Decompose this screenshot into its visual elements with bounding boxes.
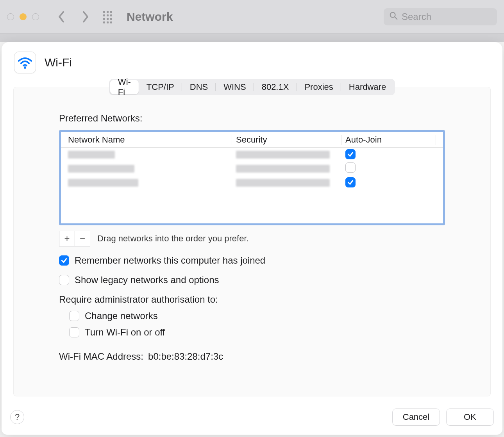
- search-placeholder: Search: [402, 11, 431, 22]
- forward-button[interactable]: [79, 10, 92, 23]
- close-window-button[interactable]: [7, 13, 14, 20]
- tab-bar: Wi-Fi TCP/IP DNS WINS 802.1X Proxies Har…: [109, 79, 395, 95]
- svg-line-1: [395, 17, 397, 19]
- col-network-name[interactable]: Network Name: [68, 135, 232, 145]
- sheet-dialog: Wi-Fi Wi-Fi TCP/IP DNS WINS 802.1X Proxi…: [2, 42, 502, 435]
- add-network-button[interactable]: +: [59, 231, 75, 246]
- ok-button[interactable]: OK: [446, 408, 494, 426]
- admin-change-networks-label: Change networks: [85, 310, 158, 321]
- admin-toggle-wifi-checkbox[interactable]: [69, 327, 79, 337]
- zoom-window-button[interactable]: [32, 13, 39, 20]
- window-controls: [7, 13, 39, 20]
- wifi-icon: [14, 52, 36, 73]
- search-icon: [389, 11, 398, 22]
- list-header: Network Name Security Auto-Join: [61, 132, 443, 148]
- network-row[interactable]: [61, 148, 443, 162]
- col-auto-join[interactable]: Auto-Join: [341, 135, 436, 145]
- sheet-title: Wi-Fi: [45, 56, 72, 69]
- tab-dns[interactable]: DNS: [182, 80, 216, 94]
- show-legacy-checkbox[interactable]: [59, 275, 69, 285]
- col-security[interactable]: Security: [232, 135, 341, 145]
- autojoin-checkbox[interactable]: [345, 177, 356, 187]
- redacted-text: [236, 179, 330, 187]
- tab-8021x[interactable]: 802.1X: [254, 80, 297, 94]
- tab-hardware[interactable]: Hardware: [341, 80, 394, 94]
- tab-wins[interactable]: WINS: [216, 80, 254, 94]
- redacted-text: [236, 151, 330, 159]
- mac-address-value: b0:be:83:28:d7:3c: [148, 351, 223, 362]
- drag-hint: Drag networks into the order you prefer.: [97, 234, 249, 244]
- remember-networks-label: Remember networks this computer has join…: [75, 255, 265, 266]
- minimize-window-button[interactable]: [20, 13, 27, 20]
- redacted-text: [68, 165, 134, 173]
- remove-network-button[interactable]: −: [75, 231, 90, 246]
- redacted-text: [236, 165, 330, 173]
- show-all-button[interactable]: [103, 11, 115, 23]
- autojoin-checkbox[interactable]: [345, 162, 356, 173]
- redacted-text: [68, 179, 138, 187]
- svg-point-0: [390, 12, 395, 17]
- back-button[interactable]: [55, 10, 68, 23]
- window-title: Network: [127, 10, 384, 23]
- cancel-button[interactable]: Cancel: [392, 408, 440, 426]
- redacted-text: [68, 151, 115, 159]
- preferred-networks-list[interactable]: Network Name Security Auto-Join: [59, 130, 445, 225]
- show-legacy-label: Show legacy networks and options: [75, 275, 219, 285]
- search-field[interactable]: Search: [384, 8, 497, 25]
- admin-toggle-wifi-label: Turn Wi-Fi on or off: [85, 327, 165, 338]
- svg-point-2: [24, 66, 26, 69]
- autojoin-checkbox[interactable]: [345, 149, 356, 159]
- network-row[interactable]: [61, 162, 443, 176]
- settings-panel: Wi-Fi TCP/IP DNS WINS 802.1X Proxies Har…: [13, 87, 491, 396]
- mac-address-label: Wi-Fi MAC Address:: [59, 351, 143, 362]
- network-row[interactable]: [61, 176, 443, 190]
- admin-auth-label: Require administrator authorisation to:: [59, 294, 445, 305]
- tab-tcpip[interactable]: TCP/IP: [139, 80, 182, 94]
- admin-change-networks-checkbox[interactable]: [69, 311, 79, 321]
- tab-proxies[interactable]: Proxies: [297, 80, 341, 94]
- tab-wifi[interactable]: Wi-Fi: [110, 80, 139, 94]
- preferred-networks-label: Preferred Networks:: [59, 113, 445, 124]
- help-button[interactable]: ?: [10, 410, 24, 424]
- toolbar: Network Search: [0, 0, 504, 34]
- remember-networks-checkbox[interactable]: [59, 255, 69, 266]
